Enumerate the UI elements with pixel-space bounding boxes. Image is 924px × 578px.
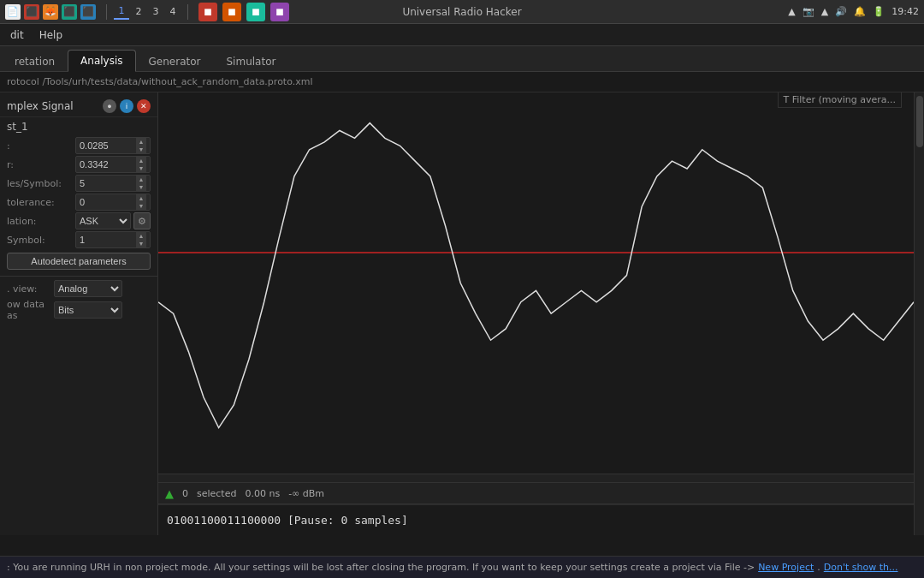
taskbar-signal-icon: ▲ xyxy=(788,6,795,17)
sps-label: les/Symbol: xyxy=(7,178,75,189)
taskbar-wifi-icon: ▲ xyxy=(821,6,828,17)
view-label: . view: xyxy=(7,283,54,295)
taskbar-center-title: Universal Radio Hacker xyxy=(402,6,521,18)
threshold-spinbox: ▲ ▼ xyxy=(136,157,146,172)
view-select[interactable]: Analog Digital xyxy=(54,280,122,297)
symbol-down[interactable]: ▼ xyxy=(136,240,146,247)
signal-statusbar: ▲ 0 selected 0.00 ns -∞ dBm xyxy=(158,482,914,504)
tolerance-up[interactable]: ▲ xyxy=(136,194,146,202)
tab-interpretation[interactable]: retation xyxy=(2,51,68,72)
filepath-bar: rotocol /Tools/urh/tests/data/without_ac… xyxy=(0,72,924,92)
filter-label[interactable]: T Filter (moving avera... xyxy=(778,92,902,108)
param-samples-per-symbol: les/Symbol: ▲ ▼ xyxy=(0,174,157,193)
symbol-input[interactable] xyxy=(80,235,134,245)
dont-show-link[interactable]: Don't show th... xyxy=(824,562,898,573)
menu-edit[interactable]: dit xyxy=(3,27,31,44)
tolerance-label: tolerance: xyxy=(7,197,75,208)
menubar: dit Help xyxy=(0,24,924,46)
threshold-input[interactable] xyxy=(80,159,134,170)
tab-generator[interactable]: Generator xyxy=(136,51,214,72)
tolerance-down[interactable]: ▼ xyxy=(136,202,146,210)
taskbar-vol-icon: 🔊 xyxy=(835,6,847,17)
tab-analysis-label: Analysis xyxy=(80,55,122,67)
tabbar: retation Analysis Generator Simulator xyxy=(0,46,924,72)
taskbar-workspace-nums: 1 2 3 4 xyxy=(106,4,188,20)
bottom-statusbar: : You are running URH in non project mod… xyxy=(0,556,924,578)
threshold-up[interactable]: ▲ xyxy=(136,157,146,164)
autodetect-btn[interactable]: Autodetect parameters xyxy=(7,253,151,270)
workspace-4[interactable]: 4 xyxy=(165,4,181,20)
modulation-gear-btn[interactable]: ⚙ xyxy=(133,212,151,229)
scrollbar-vertical[interactable] xyxy=(914,92,924,535)
tolerance-spinbox: ▲ ▼ xyxy=(136,194,146,210)
signal-canvas-area[interactable]: Y T Filter (moving avera... xyxy=(158,92,914,474)
workspace-3[interactable]: 3 xyxy=(148,4,163,20)
statusbar-message: : You are running URH in non project mod… xyxy=(7,562,755,573)
left-panel: mplex Signal ● i ✕ st_1 : ▲ ▼ r: xyxy=(0,92,158,535)
taskbar-running-purple[interactable]: ■ xyxy=(270,3,289,21)
tab-analysis[interactable]: Analysis xyxy=(68,50,135,72)
taskbar-left: 📄 ⬛ 🦊 ⬛ ⬛ 1 2 3 4 ■ ■ ■ ■ xyxy=(5,3,289,21)
scrollbar-thumb[interactable] xyxy=(916,96,923,147)
modulation-select[interactable]: ASK FSK PSK OOK xyxy=(75,212,131,229)
dc-offset-input[interactable] xyxy=(80,140,134,151)
param-dc-offset: : ▲ ▼ xyxy=(0,136,157,155)
power-dbm: -∞ dBm xyxy=(288,488,324,499)
tab-simulator[interactable]: Simulator xyxy=(214,51,289,72)
symbol-up[interactable]: ▲ xyxy=(136,232,146,240)
show-data-select[interactable]: Bits Hex ASCII xyxy=(54,301,122,319)
workspace-1[interactable]: 1 xyxy=(114,4,129,20)
sps-down[interactable]: ▼ xyxy=(136,183,146,191)
statusbar-separator: . xyxy=(817,562,820,573)
taskbar-running-teal[interactable]: ■ xyxy=(246,3,265,21)
taskbar-app-icons: 📄 ⬛ 🦊 ⬛ ⬛ xyxy=(5,4,96,20)
symbol-spinbox: ▲ ▼ xyxy=(136,232,146,247)
workspace-2[interactable]: 2 xyxy=(131,4,146,20)
signal-info-btn[interactable]: i xyxy=(120,99,133,113)
sps-value-box[interactable]: ▲ ▼ xyxy=(75,175,151,192)
menu-help[interactable]: Help xyxy=(33,27,69,44)
dc-offset-value-box[interactable]: ▲ ▼ xyxy=(75,137,151,154)
separator-1 xyxy=(0,276,157,277)
new-project-link[interactable]: New Project xyxy=(758,562,814,573)
param-show-data: ow data as Bits Hex ASCII xyxy=(0,298,157,322)
symbol-value-box[interactable]: ▲ ▼ xyxy=(75,231,151,248)
taskbar-icon-files[interactable]: 📄 xyxy=(5,4,21,20)
param-threshold: r: ▲ ▼ xyxy=(0,155,157,174)
dc-offset-spinbox: ▲ ▼ xyxy=(136,138,146,153)
os-taskbar: 📄 ⬛ 🦊 ⬛ ⬛ 1 2 3 4 ■ ■ ■ ■ Universal Radi… xyxy=(0,0,924,24)
dc-offset-down[interactable]: ▼ xyxy=(136,146,146,153)
signal-canvas[interactable] xyxy=(158,92,914,474)
threshold-value-box[interactable]: ▲ ▼ xyxy=(75,156,151,173)
taskbar-icon-teal[interactable]: ⬛ xyxy=(62,4,77,20)
taskbar-running-red[interactable]: ■ xyxy=(198,3,217,21)
taskbar-icon-firefox[interactable]: 🦊 xyxy=(43,4,58,20)
threshold-down[interactable]: ▼ xyxy=(136,164,146,172)
bits-value: 01001100011100000 [Pause: 0 samples] xyxy=(167,514,408,527)
tolerance-value-box[interactable]: ▲ ▼ xyxy=(75,194,151,211)
filter-label-text: T Filter (moving avera... xyxy=(784,94,896,105)
taskbar-battery-icon: 🔋 xyxy=(873,6,885,17)
right-panel: Y T Filter (moving avera... ▲ 0 selected… xyxy=(158,92,914,535)
signal-close-btn[interactable]: ✕ xyxy=(137,99,151,113)
taskbar-icon-red[interactable]: ⬛ xyxy=(24,4,39,20)
param-tolerance: tolerance: ▲ ▼ xyxy=(0,193,157,212)
sps-up[interactable]: ▲ xyxy=(136,176,146,183)
taskbar-notif-icon: 🔔 xyxy=(854,6,866,17)
taskbar-icon-blue[interactable]: ⬛ xyxy=(80,4,96,20)
signal-play-btn[interactable]: ● xyxy=(103,99,116,113)
param-symbol: Symbol: ▲ ▼ xyxy=(0,230,157,249)
menu-help-label: Help xyxy=(39,29,62,41)
scrollbar-horizontal[interactable] xyxy=(158,474,914,482)
main-area: mplex Signal ● i ✕ st_1 : ▲ ▼ r: xyxy=(0,92,924,535)
dc-offset-up[interactable]: ▲ xyxy=(136,138,146,146)
filepath-value: /Tools/urh/tests/data/without_ack_random… xyxy=(42,76,312,87)
tab-generator-label: Generator xyxy=(149,56,201,68)
taskbar-running-orange[interactable]: ■ xyxy=(222,3,241,21)
sps-input[interactable] xyxy=(80,178,134,188)
window-title-label: Universal Radio Hacker xyxy=(402,6,521,18)
tolerance-input[interactable] xyxy=(80,197,134,207)
taskbar-right: ▲ 📷 ▲ 🔊 🔔 🔋 19:42 xyxy=(788,6,919,17)
bits-display: 01001100011100000 [Pause: 0 samples] xyxy=(158,504,914,535)
selected-count: 0 xyxy=(182,488,188,499)
